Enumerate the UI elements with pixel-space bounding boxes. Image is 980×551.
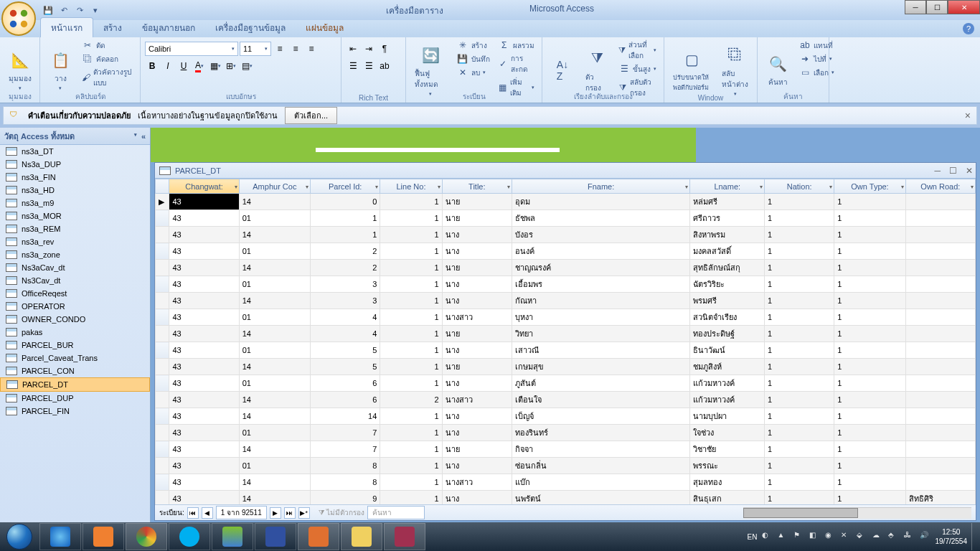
cell[interactable]: หล่มศรี xyxy=(690,194,765,210)
task-chrome[interactable] xyxy=(126,523,167,550)
column-header[interactable]: Amphur Coc▾ xyxy=(239,179,310,194)
cut-button[interactable]: ✂ตัด xyxy=(79,39,136,52)
row-selector[interactable] xyxy=(156,227,169,243)
task-app1[interactable] xyxy=(255,523,296,550)
cell[interactable]: 1 xyxy=(765,276,834,293)
cell[interactable]: 1 xyxy=(765,210,834,227)
cell[interactable]: 1 xyxy=(380,359,442,375)
cell[interactable]: แก้วมหาวงค์ xyxy=(690,375,765,392)
column-header[interactable]: Title:▾ xyxy=(442,179,512,194)
cell[interactable]: 1 xyxy=(380,194,442,210)
cell[interactable]: 43 xyxy=(169,243,239,260)
cell[interactable]: บุหงา xyxy=(512,309,689,326)
nav-item[interactable]: PARCEL_CON xyxy=(0,364,150,377)
task-access[interactable] xyxy=(384,523,425,550)
cell[interactable]: สิงหาพรม xyxy=(690,227,765,243)
cell[interactable] xyxy=(905,210,975,227)
filter-dropdown-icon[interactable]: ▾ xyxy=(235,183,237,189)
search-input[interactable]: ค้นหา xyxy=(367,506,425,519)
cell[interactable]: มงคลสวัสดิ์ xyxy=(690,243,765,260)
cell[interactable]: 43 xyxy=(169,210,239,227)
table-row[interactable]: 430171นางทองรินทร์ใจช่วง11 xyxy=(156,425,976,441)
cell[interactable]: สิทธิศิริ xyxy=(905,491,975,505)
prev-record-button[interactable]: ◀ xyxy=(202,507,213,519)
cell[interactable]: นางสาว xyxy=(442,474,512,491)
cell[interactable]: 1 xyxy=(834,491,905,505)
cell[interactable]: 1 xyxy=(380,441,442,458)
cell[interactable]: 6 xyxy=(311,392,380,408)
tray-icon[interactable]: ☁ xyxy=(872,531,884,542)
goto-button[interactable]: ➜ไปที่▾ xyxy=(796,52,837,65)
cell[interactable]: นาย xyxy=(442,260,512,276)
cell[interactable]: วิชาชัย xyxy=(690,441,765,458)
cell[interactable]: 1 xyxy=(834,441,905,458)
table-row[interactable]: 4314141นางเบ็ญจ์นามบุปผา11 xyxy=(156,408,976,425)
cell[interactable]: 14 xyxy=(239,408,310,425)
start-button[interactable] xyxy=(0,522,39,551)
nav-item[interactable]: PARCEL_BUR xyxy=(0,339,150,352)
cell[interactable]: เสาวณี xyxy=(512,342,689,359)
table-row[interactable]: 430181นางซ่อนกลิ่นพรรณะ11 xyxy=(156,458,976,474)
ds-minimize-button[interactable]: ─ xyxy=(934,166,941,176)
nav-item[interactable]: Ns3Cav_dt xyxy=(0,274,150,287)
highlight-button[interactable]: ab xyxy=(377,59,392,73)
nav-item[interactable]: OfficeReqest xyxy=(0,287,150,300)
cell[interactable]: นาง xyxy=(442,425,512,441)
cell[interactable]: 14 xyxy=(239,194,310,210)
cell[interactable]: 1 xyxy=(765,474,834,491)
cell[interactable]: ใจช่วง xyxy=(690,425,765,441)
language-indicator[interactable]: EN xyxy=(748,533,758,541)
cell[interactable] xyxy=(905,375,975,392)
filter-dropdown-icon[interactable]: ▾ xyxy=(306,183,308,189)
cell[interactable]: 43 xyxy=(169,293,239,309)
cell[interactable]: 43 xyxy=(169,227,239,243)
nav-item[interactable]: Parcel_Caveat_Trans xyxy=(0,352,150,364)
cell[interactable]: 01 xyxy=(239,342,310,359)
record-position[interactable]: 1 จาก 92511 xyxy=(216,506,267,519)
datasheet-hscrollbar[interactable] xyxy=(743,507,972,519)
row-selector[interactable] xyxy=(156,309,169,326)
filter-dropdown-icon[interactable]: ▾ xyxy=(438,183,440,189)
close-warning-button[interactable]: × xyxy=(965,110,971,121)
cell[interactable]: 43 xyxy=(169,474,239,491)
row-selector[interactable]: ▶ xyxy=(156,194,169,210)
switch-window-button[interactable]: ⿻ สลับหน้าต่าง ▾ xyxy=(717,39,753,101)
table-row[interactable]: 431411นางบังอรสิงหาพรม11 xyxy=(156,227,976,243)
cell[interactable]: 2 xyxy=(311,243,380,260)
tray-icon[interactable]: ◧ xyxy=(809,531,821,542)
tab-datasheet[interactable]: แผ่นข้อมูล xyxy=(296,18,354,37)
cell[interactable]: นาง xyxy=(442,458,512,474)
cell[interactable]: 1 xyxy=(834,293,905,309)
nav-item[interactable]: PARCEL_DUP xyxy=(0,392,150,405)
tray-icon[interactable]: ◉ xyxy=(825,531,837,542)
cell[interactable]: 14 xyxy=(239,441,310,458)
cell[interactable]: พรรณะ xyxy=(690,458,765,474)
cell[interactable]: นาย xyxy=(442,359,512,375)
cell[interactable]: 43 xyxy=(169,359,239,375)
cell[interactable]: 14 xyxy=(239,491,310,505)
cell[interactable] xyxy=(905,309,975,326)
table-row[interactable]: 431491นางนพรัตน์สินธุเสก11สิทธิศิริ xyxy=(156,491,976,505)
cell[interactable]: 1 xyxy=(765,408,834,425)
cell[interactable]: 1 xyxy=(380,210,442,227)
cell[interactable] xyxy=(905,227,975,243)
cell[interactable] xyxy=(905,293,975,309)
cell[interactable]: 1 xyxy=(834,408,905,425)
advanced-button[interactable]: ☰ขั้นสูง▾ xyxy=(616,62,659,75)
cell[interactable]: ทองประดิษฐ์ xyxy=(690,326,765,342)
task-app2[interactable] xyxy=(298,523,339,550)
close-button[interactable]: ✕ xyxy=(948,0,980,14)
table-row[interactable]: 431481นางสาวแบ๊กสุมลทอง11 xyxy=(156,474,976,491)
tray-icon[interactable]: ⚑ xyxy=(793,531,805,542)
cell[interactable]: 1 xyxy=(765,260,834,276)
cell[interactable]: ภูสันต์ xyxy=(512,375,689,392)
cell[interactable]: 1 xyxy=(765,458,834,474)
cell[interactable]: 1 xyxy=(765,243,834,260)
cell[interactable]: 43 xyxy=(169,194,239,210)
cell[interactable]: 14 xyxy=(239,392,310,408)
table-row[interactable]: 431441นายวิทยาทองประดิษฐ์11 xyxy=(156,326,976,342)
nav-item[interactable]: ns3a_FIN xyxy=(0,171,150,184)
row-selector[interactable] xyxy=(156,425,169,441)
last-record-button[interactable]: ⏭ xyxy=(284,507,296,519)
row-selector[interactable] xyxy=(156,342,169,359)
